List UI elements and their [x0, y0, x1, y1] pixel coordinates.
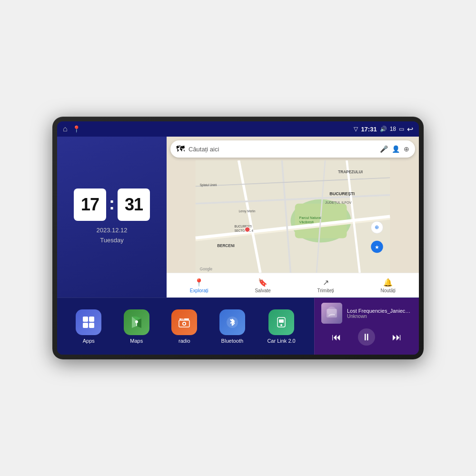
explore-icon: 📍: [194, 278, 204, 287]
svg-text:★: ★: [375, 244, 379, 250]
carlink-label: Car Link 2.0: [267, 338, 295, 344]
status-time: 17:31: [361, 126, 377, 133]
svg-rect-28: [89, 317, 94, 322]
svg-text:Văcărești: Văcărești: [299, 220, 314, 224]
back-icon[interactable]: ↩: [407, 125, 413, 134]
map-svg: TRAPEZULUI BUCUREȘTI JUDEȚUL ILFOV BERCE…: [167, 160, 419, 273]
map-search-icons: 🎤 👤 ⊕: [380, 145, 409, 153]
clock-colon: :: [109, 194, 115, 214]
map-nav-explore-label: Explorați: [190, 288, 208, 293]
status-left-icons: ⌂ 📍: [63, 125, 80, 133]
next-button[interactable]: ⏭: [388, 328, 406, 346]
svg-text:BUCUREȘTI: BUCUREȘTI: [329, 191, 355, 196]
svg-rect-45: [321, 303, 342, 324]
svg-text:Splaiul Unirii: Splaiul Unirii: [200, 183, 217, 187]
volume-icon: 🔊: [380, 126, 387, 132]
bluetooth-label: Bluetooth: [221, 338, 243, 344]
svg-text:TRAPEZULUI: TRAPEZULUI: [338, 170, 363, 174]
clock-hours: 17: [74, 188, 106, 221]
svg-text:Google: Google: [200, 267, 213, 271]
music-title: Lost Frequencies_Janieck Devy-...: [347, 308, 412, 314]
status-bar: ⌂ 📍 ▽ 17:31 🔊 18 ▭ ↩: [57, 121, 419, 137]
map-nav-saved-label: Salvate: [255, 288, 270, 293]
radio-icon: FM: [171, 309, 197, 335]
maps-icon: [124, 309, 149, 335]
clock-display: 17 : 31: [74, 188, 150, 221]
bottom-row: Apps Maps: [57, 298, 419, 355]
music-thumbnail: [321, 303, 342, 324]
map-search-bar[interactable]: 🗺 Căutați aici 🎤 👤 ⊕: [170, 140, 415, 158]
svg-text:JUDEȚUL ILFOV: JUDEȚUL ILFOV: [325, 200, 351, 205]
home-icon[interactable]: ⌂: [63, 125, 68, 133]
volume-level: 18: [390, 126, 396, 132]
app-item-carlink[interactable]: Car Link 2.0: [267, 309, 295, 344]
maps-label: Maps: [130, 338, 143, 344]
music-player: Lost Frequencies_Janieck Devy-... Unknow…: [314, 298, 419, 355]
app-item-bluetooth[interactable]: Bluetooth: [219, 309, 245, 344]
svg-text:Parcul Natural: Parcul Natural: [299, 216, 321, 220]
app-item-radio[interactable]: FM radio: [171, 309, 197, 344]
map-search-text: Căutați aici: [188, 146, 376, 153]
svg-text:⊕: ⊕: [375, 224, 379, 230]
music-top: Lost Frequencies_Janieck Devy-... Unknow…: [321, 303, 412, 324]
prev-button[interactable]: ⏮: [328, 328, 345, 346]
svg-point-46: [327, 307, 337, 316]
map-nav-news[interactable]: 🔔 Noutăți: [380, 278, 396, 293]
music-controls: ⏮ ⏸ ⏭: [321, 328, 412, 346]
send-icon: ↗: [323, 278, 329, 287]
svg-point-44: [280, 324, 282, 326]
mic-icon[interactable]: 🎤: [380, 145, 388, 153]
app-item-apps[interactable]: Apps: [76, 309, 101, 344]
main-content: 17 : 31 2023.12.12 Tuesday 🗺 Căutați aic…: [57, 137, 419, 355]
maps-logo: 🗺: [176, 144, 185, 154]
svg-rect-43: [279, 319, 284, 323]
apps-icon: [76, 309, 101, 335]
svg-rect-30: [89, 323, 94, 328]
svg-text:FM: FM: [181, 317, 184, 320]
svg-rect-29: [83, 323, 88, 328]
bluetooth-icon: [219, 309, 245, 335]
svg-text:SECTORUL 4: SECTORUL 4: [234, 229, 253, 232]
svg-text:Leroy Merlin: Leroy Merlin: [239, 209, 256, 213]
screen: ⌂ 📍 ▽ 17:31 🔊 18 ▭ ↩ 17 :: [57, 121, 419, 355]
clock-minutes: 31: [118, 188, 150, 221]
saved-icon: 🔖: [258, 278, 268, 287]
apps-label: Apps: [83, 338, 95, 344]
svg-point-34: [135, 320, 138, 323]
music-artist: Unknown: [347, 314, 412, 319]
map-nav-explore[interactable]: 📍 Explorați: [190, 278, 208, 293]
map-widget[interactable]: 🗺 Căutați aici 🎤 👤 ⊕: [167, 137, 419, 298]
map-nav-saved[interactable]: 🔖 Salvate: [255, 278, 270, 293]
clock-date: 2023.12.12 Tuesday: [96, 226, 127, 246]
map-bottom-bar: 📍 Explorați 🔖 Salvate ↗ Trimiteți 🔔: [167, 273, 419, 298]
carlink-icon: [268, 309, 294, 335]
play-pause-button[interactable]: ⏸: [358, 328, 375, 346]
account-icon[interactable]: 👤: [392, 145, 400, 153]
music-info: Lost Frequencies_Janieck Devy-... Unknow…: [347, 308, 412, 319]
clock-widget: 17 : 31 2023.12.12 Tuesday: [57, 137, 167, 298]
radio-label: radio: [178, 338, 190, 344]
news-icon: 🔔: [383, 278, 393, 287]
map-nav-send[interactable]: ↗ Trimiteți: [317, 278, 334, 293]
app-item-maps[interactable]: Maps: [124, 309, 149, 344]
layers-icon[interactable]: ⊕: [404, 145, 409, 153]
svg-rect-27: [83, 317, 88, 322]
status-right-info: ▽ 17:31 🔊 18 ▭ ↩: [354, 125, 413, 134]
battery-icon: ▭: [399, 126, 404, 132]
top-row: 17 : 31 2023.12.12 Tuesday 🗺 Căutați aic…: [57, 137, 419, 298]
map-nav-send-label: Trimiteți: [317, 288, 334, 293]
svg-point-21: [245, 227, 250, 232]
svg-point-38: [183, 323, 185, 325]
svg-text:BERCENI: BERCENI: [217, 244, 235, 248]
map-nav-news-label: Noutăți: [380, 288, 396, 293]
device: ⌂ 📍 ▽ 17:31 🔊 18 ▭ ↩ 17 :: [52, 117, 424, 359]
apps-section: Apps Maps: [57, 298, 314, 355]
location-icon[interactable]: 📍: [72, 125, 80, 133]
map-content: TRAPEZULUI BUCUREȘTI JUDEȚUL ILFOV BERCE…: [167, 160, 419, 273]
signal-icon: ▽: [354, 126, 358, 132]
